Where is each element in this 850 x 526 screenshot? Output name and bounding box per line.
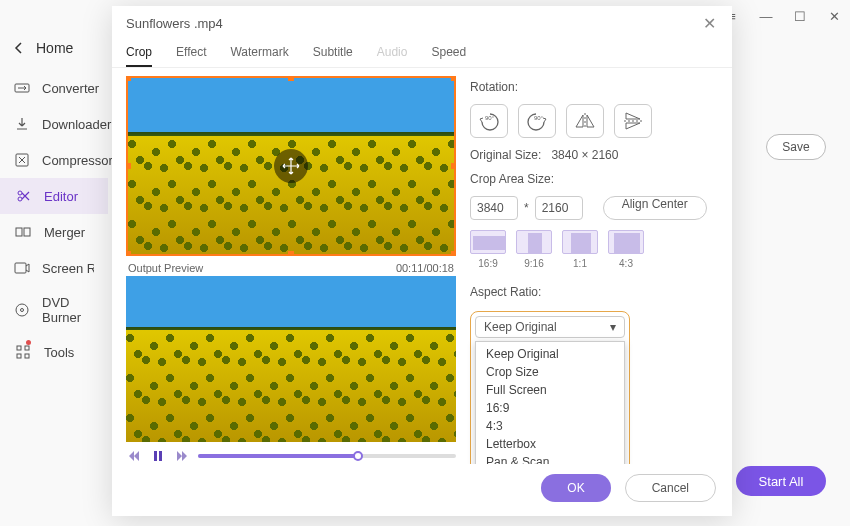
rotate-right-button[interactable]: 90°	[518, 104, 556, 138]
back-icon	[14, 42, 24, 54]
converter-icon	[14, 79, 30, 97]
aspect-option[interactable]: 16:9	[476, 399, 624, 417]
next-frame-button[interactable]	[174, 448, 190, 464]
svg-rect-6	[15, 263, 26, 273]
tab-subtitle[interactable]: Subtitle	[313, 39, 353, 67]
sidebar-item-label: Screen Recorder	[42, 261, 94, 276]
home-label: Home	[36, 40, 73, 56]
merger-icon	[14, 223, 32, 241]
player-controls	[126, 442, 456, 464]
chevron-down-icon: ▾	[610, 320, 616, 334]
sidebar-item-screen-recorder[interactable]: Screen Recorder	[0, 250, 108, 286]
svg-point-8	[21, 309, 24, 312]
sidebar-item-merger[interactable]: Merger	[0, 214, 108, 250]
svg-rect-9	[17, 346, 21, 350]
rotation-label: Rotation:	[470, 80, 718, 94]
sidebar-item-dvd-burner[interactable]: DVD Burner	[0, 286, 108, 334]
svg-text:90°: 90°	[534, 115, 544, 121]
resize-handle[interactable]	[288, 251, 294, 256]
close-icon[interactable]: ✕	[700, 14, 718, 33]
ok-button[interactable]: OK	[541, 474, 610, 502]
align-center-button[interactable]: Align Center	[603, 196, 707, 220]
aspect-option[interactable]: Letterbox	[476, 435, 624, 453]
svg-rect-4	[16, 228, 22, 236]
crop-preview[interactable]	[126, 76, 456, 256]
compressor-icon	[14, 151, 30, 169]
bg-panel: Save	[738, 92, 826, 160]
aspect-option[interactable]: Pan & Scan	[476, 453, 624, 464]
sidebar-item-tools[interactable]: Tools	[0, 334, 108, 370]
ratio-1-1[interactable]: 1:1	[562, 230, 598, 269]
sidebar-item-editor[interactable]: Editor	[0, 178, 108, 214]
sidebar-item-label: Compressor	[42, 153, 113, 168]
downloader-icon	[14, 115, 30, 133]
tab-watermark[interactable]: Watermark	[230, 39, 288, 67]
ratio-4-3[interactable]: 4:3	[608, 230, 644, 269]
close-main-icon[interactable]: ✕	[826, 9, 842, 24]
prev-frame-button[interactable]	[126, 448, 142, 464]
sidebar-item-label: Converter	[42, 81, 99, 96]
ratio-16-9[interactable]: 16:9	[470, 230, 506, 269]
start-all-button[interactable]: Start All	[736, 466, 826, 496]
screen-recorder-icon	[14, 259, 30, 277]
crop-height-input[interactable]	[535, 196, 583, 220]
output-label-row: Output Preview 00:11/00:18	[126, 256, 456, 276]
aspect-option[interactable]: 4:3	[476, 417, 624, 435]
crop-width-input[interactable]	[470, 196, 518, 220]
home-nav[interactable]: Home	[0, 36, 108, 70]
aspect-option[interactable]: Keep Original	[476, 345, 624, 363]
resize-handle[interactable]	[451, 163, 456, 169]
sidebar-item-label: DVD Burner	[42, 295, 94, 325]
resize-handle[interactable]	[126, 163, 131, 169]
modal-footer: OK Cancel	[112, 464, 732, 516]
timecode: 00:11/00:18	[396, 262, 454, 274]
crop-settings: Rotation: 90° 90° Original Size: 3840 × …	[470, 76, 718, 464]
sidebar-item-label: Merger	[44, 225, 85, 240]
rotate-left-button[interactable]: 90°	[470, 104, 508, 138]
tab-effect[interactable]: Effect	[176, 39, 206, 67]
crop-area-label: Crop Area Size:	[470, 172, 718, 186]
tools-icon	[14, 343, 32, 361]
resize-handle[interactable]	[288, 76, 294, 81]
editor-modal: Sunflowers .mp4 ✕ Crop Effect Watermark …	[112, 6, 732, 516]
sidebar-item-converter[interactable]: Converter	[0, 70, 108, 106]
slider-thumb[interactable]	[353, 451, 363, 461]
tab-speed[interactable]: Speed	[431, 39, 466, 67]
ratio-9-16[interactable]: 9:16	[516, 230, 552, 269]
aspect-ratio-select[interactable]: Keep Original ▾	[475, 316, 625, 338]
pause-button[interactable]	[150, 448, 166, 464]
maximize-icon[interactable]: ☐	[792, 9, 808, 24]
sidebar: Home Converter Downloader Compressor Edi…	[0, 32, 108, 526]
resize-handle[interactable]	[126, 76, 131, 81]
dvd-burner-icon	[14, 301, 30, 319]
minimize-icon[interactable]: —	[758, 9, 774, 24]
aspect-ratio-block: Keep Original ▾ Keep Original Crop Size …	[470, 311, 630, 464]
cancel-button[interactable]: Cancel	[625, 474, 716, 502]
output-preview	[126, 276, 456, 442]
svg-rect-14	[159, 451, 162, 461]
aspect-option[interactable]: Crop Size	[476, 363, 624, 381]
aspect-ratio-label: Aspect Ratio:	[470, 285, 718, 299]
tab-crop[interactable]: Crop	[126, 39, 152, 67]
svg-rect-10	[25, 346, 29, 350]
modal-body: Output Preview 00:11/00:18 Rotati	[112, 68, 732, 464]
rotation-row: 90° 90°	[470, 104, 718, 138]
sidebar-item-downloader[interactable]: Downloader	[0, 106, 108, 142]
aspect-selected-value: Keep Original	[484, 320, 557, 334]
aspect-option[interactable]: Full Screen	[476, 381, 624, 399]
svg-point-3	[18, 197, 22, 201]
resize-handle[interactable]	[451, 251, 456, 256]
save-button[interactable]: Save	[766, 134, 826, 160]
svg-text:90°: 90°	[485, 115, 495, 121]
svg-rect-12	[25, 354, 29, 358]
flip-horizontal-button[interactable]	[566, 104, 604, 138]
resize-handle[interactable]	[451, 76, 456, 81]
ratio-presets: 16:9 9:16 1:1 4:3	[470, 230, 718, 269]
sidebar-item-compressor[interactable]: Compressor	[0, 142, 108, 178]
resize-handle[interactable]	[126, 251, 131, 256]
sidebar-item-label: Tools	[44, 345, 74, 360]
flip-vertical-button[interactable]	[614, 104, 652, 138]
move-handle-icon[interactable]	[274, 149, 308, 183]
modal-tabs: Crop Effect Watermark Subtitle Audio Spe…	[112, 39, 732, 68]
playback-slider[interactable]	[198, 454, 456, 458]
